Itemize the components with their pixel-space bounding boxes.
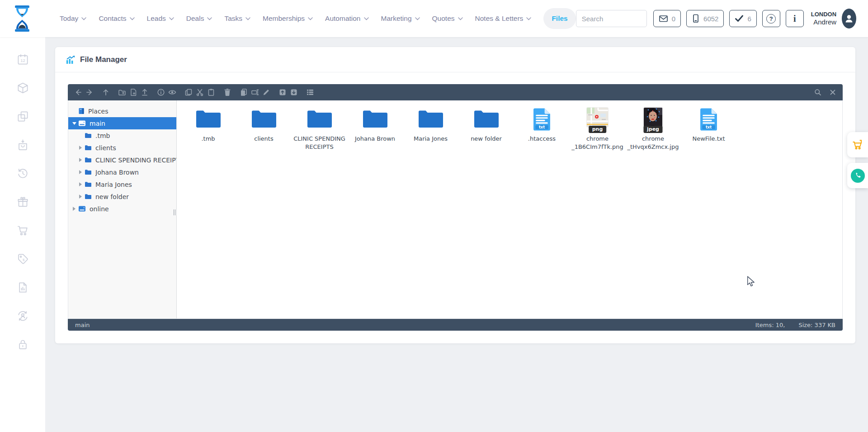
whatsapp-icon xyxy=(851,169,865,183)
top-bar: Today Contacts Leads Deals Tasks Members… xyxy=(0,0,868,37)
tree-item-new-folder[interactable]: new folder xyxy=(68,190,176,203)
phone-icon xyxy=(692,14,700,23)
nav-item-memberships[interactable]: Memberships xyxy=(263,14,313,23)
paste-clipboard-icon[interactable] xyxy=(205,86,217,98)
sidebar-item-reports[interactable] xyxy=(17,281,29,294)
chevron-down-icon xyxy=(364,17,369,20)
sidebar-item-copies[interactable] xyxy=(17,110,29,123)
tree-item-online[interactable]: online xyxy=(68,203,176,215)
nav-item-today[interactable]: Today xyxy=(60,14,86,23)
tree-item-places[interactable]: Places xyxy=(68,105,176,117)
user-avatar[interactable] xyxy=(842,9,856,28)
file-item-newfile-txt[interactable]: txt NewFile.txt xyxy=(681,106,736,151)
nav-item-leads[interactable]: Leads xyxy=(147,14,174,23)
edit-pencil-icon[interactable] xyxy=(260,86,272,98)
caret-collapsed-icon[interactable] xyxy=(77,195,84,199)
up-folder-icon[interactable] xyxy=(100,86,111,98)
drive-icon xyxy=(78,205,86,212)
floating-cart-button[interactable] xyxy=(847,132,868,157)
caret-collapsed-icon[interactable] xyxy=(77,182,84,186)
nav-item-notes-letters[interactable]: Notes & Letters xyxy=(475,14,532,23)
extract-icon[interactable] xyxy=(288,86,299,98)
search-input[interactable] xyxy=(576,15,647,23)
nav-item-automation[interactable]: Automation xyxy=(325,14,368,23)
tree-resize-handle[interactable] xyxy=(174,209,175,215)
tree-item-clients[interactable]: clients xyxy=(68,142,176,154)
file-item-chrome-png[interactable]: png chrome _1B6CIm7fTk.png xyxy=(570,106,625,151)
duplicate-icon[interactable] xyxy=(238,86,249,98)
folder-icon xyxy=(85,194,92,199)
new-folder-icon[interactable] xyxy=(116,86,127,98)
archive-icon[interactable] xyxy=(277,86,288,98)
sidebar-item-pricing[interactable]: $ xyxy=(17,253,29,265)
info-circle-icon[interactable] xyxy=(155,86,166,98)
forward-icon[interactable] xyxy=(84,86,95,98)
sidebar-item-history[interactable] xyxy=(17,167,29,180)
tree-item-clinic-spending-receipts[interactable]: CLINIC SPENDING RECEIPTS xyxy=(68,154,176,166)
cube-icon xyxy=(17,82,29,94)
sidebar-item-orders[interactable] xyxy=(17,139,29,151)
file-item-clinic-spending-receipts[interactable]: CLINIC SPENDING RECEIPTS xyxy=(292,106,347,151)
file-item-htaccess[interactable]: txt .htaccess xyxy=(514,106,570,151)
file-grid: .tmb clients CLINIC SPENDING RECEIPTS Jo… xyxy=(177,100,842,318)
nav-item-marketing[interactable]: Marketing xyxy=(381,14,420,23)
file-item-chrome-jpg[interactable]: jpeg chrome _tHvqx6Zmcx.jpg xyxy=(625,106,681,151)
nav-item-deals[interactable]: Deals xyxy=(186,14,212,23)
chevron-down-icon xyxy=(308,17,313,20)
file-item-clients[interactable]: clients xyxy=(236,106,292,151)
caret-collapsed-icon[interactable] xyxy=(77,170,84,174)
copy-icon[interactable] xyxy=(183,86,194,98)
tasks-done-button[interactable]: 6 xyxy=(729,10,756,27)
help-button[interactable]: ? xyxy=(762,10,780,27)
nav-item-quotes[interactable]: Quotes xyxy=(432,14,463,23)
preview-eye-icon[interactable] xyxy=(166,86,178,98)
close-icon[interactable] xyxy=(827,86,838,98)
file-type-badge: png xyxy=(589,126,607,133)
folder-icon xyxy=(362,108,388,129)
svg-text:12: 12 xyxy=(20,58,25,63)
sidebar-item-products[interactable] xyxy=(17,82,29,94)
toolbar-search-icon[interactable] xyxy=(812,86,823,98)
cut-scissors-icon[interactable] xyxy=(194,86,205,98)
caret-collapsed-icon[interactable] xyxy=(77,146,84,150)
app-logo-hourglass-icon[interactable] xyxy=(12,5,33,32)
info-icon: i xyxy=(793,14,796,24)
sidebar-item-gifts[interactable] xyxy=(17,196,29,208)
person-icon xyxy=(844,13,854,24)
page-title: File Manager xyxy=(80,55,127,64)
status-items-count: Items: 10, xyxy=(755,322,785,328)
rename-icon[interactable] xyxy=(249,86,260,98)
tree-item-main[interactable]: main xyxy=(68,117,176,129)
back-icon[interactable] xyxy=(72,86,84,98)
list-view-icon[interactable] xyxy=(304,86,316,98)
mail-button[interactable]: 0 xyxy=(653,10,681,27)
phone-button[interactable]: 6052 xyxy=(686,10,724,27)
nav-item-contacts[interactable]: Contacts xyxy=(99,14,134,23)
file-item-maria-jones[interactable]: Maria Jones xyxy=(403,106,458,151)
nav-item-files[interactable]: Files xyxy=(543,8,576,29)
caret-collapsed-icon[interactable] xyxy=(77,158,84,162)
floating-whatsapp-button[interactable] xyxy=(847,163,868,188)
tree-item-tmb[interactable]: .tmb xyxy=(68,129,176,142)
sidebar-item-calendar[interactable]: 12 xyxy=(17,53,29,66)
nav-item-tasks[interactable]: Tasks xyxy=(224,14,250,23)
sidebar-item-security[interactable] xyxy=(17,338,29,351)
tree-item-johana-brown[interactable]: Johana Brown xyxy=(68,166,176,178)
caret-collapsed-icon[interactable] xyxy=(71,207,77,211)
tree-item-maria-jones[interactable]: Maria Jones xyxy=(68,178,176,190)
chevron-down-icon xyxy=(526,17,531,20)
upload-icon[interactable] xyxy=(139,86,150,98)
sidebar-item-account[interactable] xyxy=(17,310,29,322)
file-manager-toolbar xyxy=(68,84,843,100)
sidebar-item-cart[interactable] xyxy=(17,224,29,237)
user-name: Andrew xyxy=(811,18,836,26)
file-item-johana-brown[interactable]: Johana Brown xyxy=(347,106,403,151)
delete-trash-icon[interactable] xyxy=(222,86,233,98)
svg-text:txt: txt xyxy=(706,125,712,129)
caret-expanded-icon[interactable] xyxy=(71,122,77,125)
new-file-icon[interactable] xyxy=(127,86,139,98)
info-button[interactable]: i xyxy=(786,10,804,27)
report-chart-icon xyxy=(17,281,29,294)
file-item-new-folder[interactable]: new folder xyxy=(458,106,514,151)
file-item-tmb[interactable]: .tmb xyxy=(180,106,236,151)
